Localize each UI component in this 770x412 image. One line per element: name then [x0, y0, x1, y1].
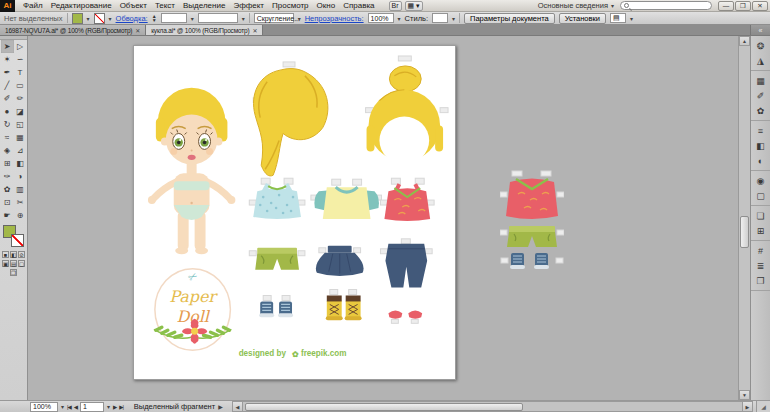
scroll-up-icon[interactable]: ▲ [739, 36, 750, 46]
horizontal-scroll-thumb[interactable] [245, 403, 523, 411]
color-panel-icon[interactable]: ❂ [753, 38, 769, 53]
previous-artboard-button[interactable]: ◀ [74, 404, 77, 410]
fill-color-swatch[interactable] [72, 13, 83, 24]
document-setup-button[interactable]: Параметры документа [464, 13, 555, 24]
paintbrush-tool-icon[interactable]: ✐ [1, 92, 14, 105]
stroke-weight-label[interactable]: Обводка: [116, 14, 148, 23]
outfit-coral-tank[interactable] [500, 171, 564, 219]
chevron-down-icon[interactable]: ▾ [191, 15, 194, 22]
artboard[interactable]: ✂ Paper Doll [133, 45, 456, 380]
stroke-swatch[interactable] [11, 234, 24, 247]
chevron-down-icon[interactable]: ▾ [87, 15, 90, 22]
shape-builder-tool-icon[interactable]: ◈ [1, 144, 14, 157]
chevron-down-icon[interactable]: ▾ [61, 403, 64, 410]
yellow-teal-shirt[interactable] [311, 179, 382, 219]
next-artboard-button[interactable]: ▶ [113, 404, 116, 410]
draw-normal-icon[interactable]: ▣ [2, 260, 9, 267]
scroll-down-icon[interactable]: ▼ [739, 390, 750, 400]
scroll-right-icon[interactable]: ▶ [742, 402, 752, 411]
blob-brush-tool-icon[interactable]: ● [1, 105, 14, 118]
zoom-level-select[interactable]: 100% [30, 402, 58, 412]
screen-mode-icon[interactable]: ❐ [10, 269, 17, 276]
color-mode-icon[interactable]: ■ [2, 251, 9, 258]
chevron-down-icon[interactable]: ▾ [298, 15, 301, 22]
scroll-left-icon[interactable]: ◀ [233, 402, 243, 411]
magic-wand-tool-icon[interactable]: ✶ [1, 53, 14, 66]
pencil-tool-icon[interactable]: ✏ [14, 92, 27, 105]
scale-tool-icon[interactable]: ◱ [14, 118, 27, 131]
navy-skirt[interactable] [316, 246, 364, 276]
draw-behind-icon[interactable]: ▤ [10, 260, 17, 267]
coral-flats[interactable] [388, 310, 422, 323]
layers-icon[interactable]: ❏ [753, 208, 769, 223]
width-tool-icon[interactable]: ≈ [1, 131, 14, 144]
last-artboard-button[interactable]: ▶| [119, 404, 123, 410]
brushes-icon[interactable]: ✐ [753, 88, 769, 103]
outfit-blue-sneakers[interactable] [501, 253, 563, 269]
preferences-button[interactable]: Установки [559, 13, 606, 24]
menu-window[interactable]: Окно [313, 1, 340, 10]
doll-figure[interactable] [148, 88, 235, 254]
menu-object[interactable]: Объект [116, 1, 151, 10]
status-menu-icon[interactable]: ▶ [218, 403, 223, 410]
stroke-weight-input[interactable] [161, 13, 187, 23]
menu-help[interactable]: Справка [339, 1, 378, 10]
minimize-button[interactable]: — [718, 1, 734, 11]
stroke-color-swatch[interactable] [94, 13, 105, 24]
tab-kukla[interactable]: кукла.ai* @ 100% (RGB/Просмотр)✕ [146, 25, 263, 35]
selection-tool-icon[interactable]: ➤ [1, 40, 14, 53]
gradient-mode-icon[interactable]: ◧ [10, 251, 17, 258]
opacity-label[interactable]: Непрозрачность: [305, 14, 364, 23]
restore-button[interactable]: ❐ [735, 1, 751, 11]
symbols-icon[interactable]: ✿ [753, 103, 769, 118]
rectangle-tool-icon[interactable]: ▭ [14, 79, 27, 92]
rotate-tool-icon[interactable]: ↻ [1, 118, 14, 131]
chevron-down-icon[interactable]: ▾ [109, 15, 112, 22]
mesh-tool-icon[interactable]: ⊞ [1, 157, 14, 170]
arrange-documents-icon[interactable]: ▦ ▾ [405, 1, 423, 11]
bun-hairstyle[interactable] [366, 56, 448, 164]
draw-inside-icon[interactable]: ▢ [18, 260, 25, 267]
none-mode-icon[interactable]: ⊘ [18, 251, 25, 258]
first-artboard-button[interactable]: |◀ [67, 404, 71, 410]
pen-tool-icon[interactable]: ✒ [1, 66, 14, 79]
transparency-icon[interactable]: ◐ [753, 153, 769, 168]
stroke-weight-stepper[interactable]: ▲▼ [152, 14, 157, 22]
menu-effect[interactable]: Эффект [229, 1, 268, 10]
type-tool-icon[interactable]: T [14, 66, 27, 79]
transform-icon[interactable]: # [753, 243, 769, 258]
artboard-number-select[interactable]: 1 [80, 402, 104, 412]
graph-tool-icon[interactable]: ▥ [14, 183, 27, 196]
pasteboard-outfit[interactable] [500, 170, 564, 280]
menu-edit[interactable]: Редактирование [47, 1, 116, 10]
stroke-icon[interactable]: ≡ [753, 123, 769, 138]
swatches-icon[interactable]: ▦ [753, 73, 769, 88]
chevron-down-icon[interactable]: ▾ [630, 15, 633, 22]
eyedropper-tool-icon[interactable]: ✑ [1, 170, 14, 183]
opacity-input[interactable]: 100% [368, 13, 394, 23]
eraser-tool-icon[interactable]: ◪ [14, 105, 27, 118]
symbol-sprayer-tool-icon[interactable]: ✿ [1, 183, 14, 196]
pathfinder-icon[interactable]: ❐ [753, 273, 769, 288]
close-button[interactable]: ✕ [752, 1, 768, 11]
close-icon[interactable]: ✕ [135, 27, 140, 34]
search-input[interactable] [620, 1, 712, 10]
canvas-pasteboard[interactable]: ✂ Paper Doll [28, 36, 738, 400]
bridge-icon[interactable]: Br [389, 1, 402, 11]
close-icon[interactable]: ✕ [252, 27, 257, 34]
chevron-down-icon[interactable]: ▾ [242, 15, 245, 22]
horizontal-scrollbar[interactable]: ◀ ▶ [232, 401, 753, 412]
dock-collapse-button[interactable]: « [750, 25, 770, 35]
lasso-tool-icon[interactable]: ∽ [14, 53, 27, 66]
green-shorts[interactable] [249, 248, 305, 270]
yellow-boots[interactable] [326, 290, 362, 321]
line-tool-icon[interactable]: ╱ [1, 79, 14, 92]
brush-definition-select[interactable]: Скругление... [254, 13, 294, 23]
blue-sneakers[interactable] [259, 295, 293, 317]
align-icon[interactable]: ≣ [753, 258, 769, 273]
tab-16987-nqvu7a[interactable]: 16987-NQVU7A.ai* @ 100% (RGB/Просмотр)✕ [0, 25, 146, 35]
artboard-tool-icon[interactable]: ⊡ [1, 196, 14, 209]
menu-file[interactable]: Файл [19, 1, 47, 10]
workspace-switcher[interactable]: Основные сведения ▾ [538, 1, 614, 10]
style-select[interactable] [432, 13, 448, 23]
